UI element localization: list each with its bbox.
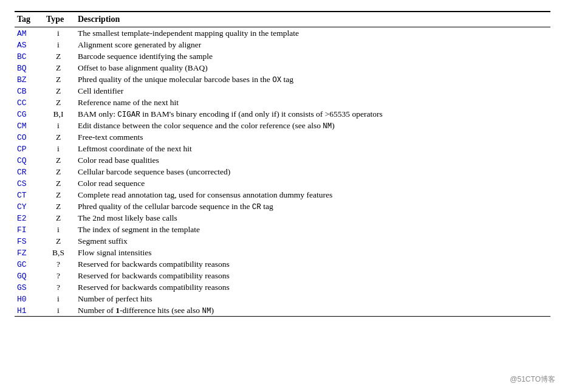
description-value: The index of segment in the template [75,224,550,235]
table-row: FIiThe index of segment in the template [15,224,550,235]
type-value: Z [44,212,75,224]
tag-value: H0 [17,295,27,304]
watermark: @51CTO博客 [510,374,555,385]
description-value: BAM only: CIGAR in BAM's binary encoding… [75,108,550,120]
table-row: CGB,IBAM only: CIGAR in BAM's binary enc… [15,108,550,120]
type-value: ? [44,270,75,281]
table-row: FZB,SFlow signal intensities [15,247,550,258]
description-value: Free-text comments [75,131,550,143]
tag-value: BZ [17,75,27,84]
type-value: i [44,143,75,154]
tag-value: FS [17,237,27,246]
tag-value: FI [17,225,27,235]
table-row: CQZColor read base qualities [15,154,550,166]
tag-value: CG [17,110,27,119]
tag-value: CO [17,133,27,142]
type-value: ? [44,258,75,270]
table-row: CRZCellular barcode sequence bases (unco… [15,166,550,177]
main-table: Tag Type Description AMiThe smallest tem… [15,11,550,319]
description-value: Reserved for backwards compatibility rea… [75,281,550,293]
table-row: GC?Reserved for backwards compatibility … [15,258,550,270]
table-row: CPiLeftmost coordinate of the next hit [15,143,550,154]
type-value: i [44,304,75,317]
type-value: i [44,224,75,235]
table-row: H0iNumber of perfect hits [15,293,550,304]
description-value: Complete read annotation tag, used for c… [75,189,550,201]
type-value: Z [44,235,75,247]
table-row: AMiThe smallest template-independent map… [15,27,550,40]
table-row: COZFree-text comments [15,131,550,143]
type-value: i [44,39,75,50]
description-value: Barcode sequence identifying the sample [75,50,550,62]
tag-value: CT [17,191,27,200]
type-value: i [44,120,75,131]
type-value: ? [44,281,75,293]
header-description: Description [75,12,550,27]
description-value: Phred quality of the unique molecular ba… [75,74,550,85]
table-row: BZZPhred quality of the unique molecular… [15,74,550,85]
tag-value: CQ [17,156,27,165]
type-value: Z [44,50,75,62]
tag-value: CP [17,145,27,154]
table-row: CYZPhred quality of the cellular barcode… [15,201,550,212]
table-footer [15,317,550,320]
description-value: Number of 1-difference hits (see also NM… [75,304,550,317]
description-value: The 2nd most likely base calls [75,212,550,224]
type-value: i [44,27,75,40]
type-value: B,S [44,247,75,258]
table-row: GQ?Reserved for backwards compatibility … [15,270,550,281]
table-row: CTZComplete read annotation tag, used fo… [15,189,550,201]
tag-value: GC [17,260,27,269]
tag-value: CR [17,168,27,177]
description-value: Reserved for backwards compatibility rea… [75,258,550,270]
type-value: Z [44,74,75,85]
table-row: GS?Reserved for backwards compatibility … [15,281,550,293]
description-value: Phred quality of the cellular barcode se… [75,201,550,212]
type-value: Z [44,166,75,177]
table-row: ASiAlignment score generated by aligner [15,39,550,50]
tag-value: CC [17,98,27,108]
description-value: Segment suffix [75,235,550,247]
tag-value: AM [17,29,27,38]
type-value: i [44,293,75,304]
description-value: Number of perfect hits [75,293,550,304]
description-value: Color read sequence [75,177,550,189]
table-row: CSZColor read sequence [15,177,550,189]
tag-value: BC [17,52,27,61]
description-value: Cellular barcode sequence bases (uncorre… [75,166,550,177]
tag-value: CM [17,122,27,131]
description-value: Alignment score generated by aligner [75,39,550,50]
tag-value: H1 [17,306,27,315]
header-type: Type [44,12,75,27]
type-value: Z [44,97,75,108]
type-value: Z [44,177,75,189]
tag-value: CB [17,87,27,96]
type-value: B,I [44,108,75,120]
type-value: Z [44,201,75,212]
description-value: Cell identifier [75,85,550,97]
table-row: E2ZThe 2nd most likely base calls [15,212,550,224]
description-value: Color read base qualities [75,154,550,166]
header-tag: Tag [15,12,44,27]
tag-value: GS [17,283,27,292]
tag-value: FZ [17,249,27,258]
description-value: Leftmost coordinate of the next hit [75,143,550,154]
tag-value: BQ [17,64,27,73]
table-row: CBZCell identifier [15,85,550,97]
tag-value: CS [17,179,27,188]
table-row: FSZSegment suffix [15,235,550,247]
description-value: The smallest template-independent mappin… [75,27,550,40]
table-row: CCZReference name of the next hit [15,97,550,108]
tag-value: AS [17,41,27,50]
tag-value: GQ [17,272,27,281]
table-row: BQZOffset to base alignment quality (BAQ… [15,62,550,74]
type-value: Z [44,154,75,166]
description-value: Reference name of the next hit [75,97,550,108]
type-value: Z [44,62,75,74]
table-row: CMiEdit distance between the color seque… [15,120,550,131]
table-row: BCZBarcode sequence identifying the samp… [15,50,550,62]
type-value: Z [44,131,75,143]
table-row: H1iNumber of 1-difference hits (see also… [15,304,550,317]
description-value: Reserved for backwards compatibility rea… [75,270,550,281]
type-value: Z [44,189,75,201]
